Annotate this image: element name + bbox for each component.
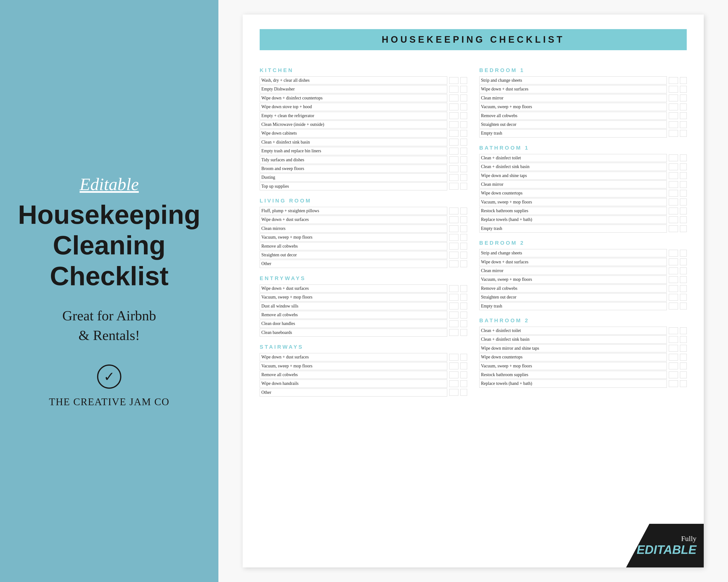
checkbox-small[interactable] [680, 327, 687, 334]
checkbox[interactable] [669, 104, 678, 110]
checkbox-small[interactable] [680, 303, 687, 309]
checkbox-small[interactable] [460, 389, 467, 396]
checkbox[interactable] [669, 294, 678, 301]
checkbox[interactable] [669, 363, 678, 369]
checkbox-small[interactable] [680, 190, 687, 197]
checkbox-small[interactable] [460, 371, 467, 378]
checkbox-small[interactable] [680, 285, 687, 292]
checkbox-small[interactable] [460, 216, 467, 223]
checkbox-small[interactable] [680, 250, 687, 256]
checkbox[interactable] [449, 389, 459, 396]
checkbox[interactable] [449, 139, 459, 145]
checkbox[interactable] [449, 285, 459, 292]
checkbox[interactable] [669, 327, 678, 334]
checkbox[interactable] [449, 77, 459, 84]
checkbox-small[interactable] [680, 130, 687, 137]
checkbox[interactable] [449, 130, 459, 137]
checkbox-small[interactable] [460, 157, 467, 163]
checkbox-small[interactable] [460, 363, 467, 369]
checkbox[interactable] [669, 130, 678, 137]
checkbox[interactable] [669, 155, 678, 161]
checkbox-small[interactable] [460, 174, 467, 181]
checkbox[interactable] [669, 354, 678, 361]
checkbox-small[interactable] [680, 94, 687, 101]
checkbox-small[interactable] [680, 121, 687, 128]
checkbox[interactable] [449, 312, 459, 318]
checkbox[interactable] [449, 329, 459, 336]
checkbox-small[interactable] [460, 243, 467, 250]
checkbox-small[interactable] [680, 104, 687, 110]
checkbox[interactable] [669, 207, 678, 214]
checkbox-small[interactable] [680, 216, 687, 223]
checkbox[interactable] [669, 77, 678, 84]
checkbox-small[interactable] [460, 121, 467, 128]
checkbox[interactable] [449, 148, 459, 155]
checkbox-small[interactable] [680, 268, 687, 274]
checkbox[interactable] [449, 157, 459, 163]
checkbox-small[interactable] [680, 112, 687, 119]
checkbox-small[interactable] [680, 199, 687, 205]
checkbox[interactable] [449, 207, 459, 214]
checkbox-small[interactable] [460, 207, 467, 214]
checkbox-small[interactable] [680, 276, 687, 283]
checkbox-small[interactable] [680, 163, 687, 170]
checkbox[interactable] [449, 165, 459, 172]
checkbox[interactable] [449, 380, 459, 387]
checkbox-small[interactable] [680, 354, 687, 361]
checkbox[interactable] [449, 363, 459, 369]
checkbox[interactable] [449, 112, 459, 119]
checkbox-small[interactable] [460, 312, 467, 318]
checkbox[interactable] [669, 94, 678, 101]
checkbox-small[interactable] [460, 165, 467, 172]
checkbox[interactable] [669, 258, 678, 265]
checkbox[interactable] [449, 303, 459, 309]
checkbox-small[interactable] [680, 258, 687, 265]
checkbox[interactable] [669, 190, 678, 197]
checkbox[interactable] [449, 320, 459, 327]
checkbox[interactable] [669, 371, 678, 378]
checkbox-small[interactable] [460, 294, 467, 301]
checkbox[interactable] [449, 252, 459, 258]
checkbox-small[interactable] [460, 285, 467, 292]
checkbox-small[interactable] [460, 329, 467, 336]
checkbox[interactable] [449, 183, 459, 190]
checkbox-small[interactable] [460, 112, 467, 119]
checkbox-small[interactable] [460, 380, 467, 387]
checkbox[interactable] [669, 345, 678, 352]
checkbox-small[interactable] [680, 294, 687, 301]
checkbox-small[interactable] [680, 225, 687, 232]
checkbox[interactable] [669, 112, 678, 119]
checkbox-small[interactable] [460, 354, 467, 361]
checkbox[interactable] [449, 216, 459, 223]
checkbox[interactable] [669, 303, 678, 309]
checkbox[interactable] [449, 104, 459, 110]
checkbox[interactable] [449, 94, 459, 101]
checkbox[interactable] [669, 199, 678, 205]
checkbox-small[interactable] [460, 104, 467, 110]
checkbox[interactable] [449, 86, 459, 93]
checkbox-small[interactable] [680, 181, 687, 188]
checkbox[interactable] [669, 268, 678, 274]
checkbox-small[interactable] [460, 320, 467, 327]
checkbox[interactable] [669, 121, 678, 128]
checkbox-small[interactable] [460, 94, 467, 101]
checkbox-small[interactable] [460, 148, 467, 155]
checkbox[interactable] [669, 172, 678, 179]
checkbox-small[interactable] [680, 207, 687, 214]
checkbox[interactable] [449, 121, 459, 128]
checkbox[interactable] [449, 371, 459, 378]
checkbox-small[interactable] [460, 303, 467, 309]
checkbox-small[interactable] [680, 345, 687, 352]
checkbox[interactable] [669, 225, 678, 232]
checkbox-small[interactable] [680, 155, 687, 161]
checkbox-small[interactable] [460, 77, 467, 84]
checkbox[interactable] [449, 260, 459, 267]
checkbox[interactable] [669, 380, 678, 387]
checkbox-small[interactable] [460, 86, 467, 93]
checkbox[interactable] [669, 163, 678, 170]
checkbox[interactable] [449, 174, 459, 181]
checkbox-small[interactable] [460, 183, 467, 190]
checkbox[interactable] [669, 276, 678, 283]
checkbox[interactable] [449, 294, 459, 301]
checkbox[interactable] [449, 225, 459, 232]
